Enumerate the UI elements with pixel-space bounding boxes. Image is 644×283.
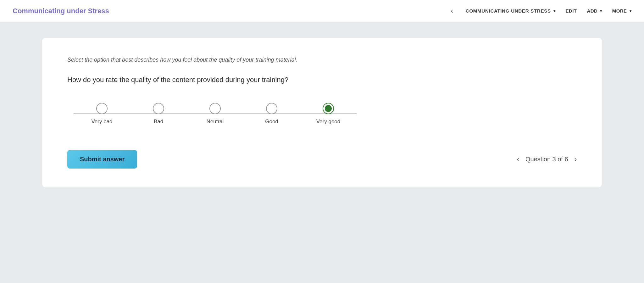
rating-label-neutral: Neutral [207,119,224,125]
more-button[interactable]: MORE ▾ [612,8,631,14]
rating-option-very-good[interactable]: Very good [300,103,357,125]
rating-option-very-bad[interactable]: Very bad [74,103,130,125]
rating-label-good: Good [265,119,278,125]
question-card: Select the option that best describes ho… [42,38,602,187]
radio-inner-selected [325,105,332,112]
rating-track: Very bad Bad Neutral Good [74,103,357,125]
rating-scale: Very bad Bad Neutral Good [67,103,577,125]
question-counter: Question 3 of 6 [525,156,568,163]
app-title: Communicating under Stress [13,7,448,15]
back-button[interactable]: ‹ [448,6,455,16]
question-text: How do you rate the quality of the conte… [67,76,577,84]
more-chevron: ▾ [630,9,631,13]
radio-good[interactable] [266,103,277,114]
page-content: Select the option that best describes ho… [0,22,644,283]
rating-option-good[interactable]: Good [243,103,300,125]
navbar: Communicating under Stress ‹ COMMUNICATI… [0,0,644,22]
course-title-chevron: ▾ [553,9,556,13]
radio-bad[interactable] [153,103,164,114]
rating-label-very-good: Very good [316,119,341,125]
course-title-nav: COMMUNICATING UNDER STRESS ▾ [466,8,556,14]
radio-neutral[interactable] [209,103,221,114]
pagination: ‹ Question 3 of 6 › [517,155,577,164]
submit-button[interactable]: Submit answer [67,150,137,169]
rating-option-neutral[interactable]: Neutral [187,103,243,125]
navbar-right: ‹ COMMUNICATING UNDER STRESS ▾ EDIT ADD … [448,6,631,16]
add-chevron: ▾ [600,9,602,13]
prev-question-button[interactable]: ‹ [517,155,519,164]
rating-label-very-bad: Very bad [91,119,112,125]
next-question-button[interactable]: › [575,155,577,164]
radio-very-bad[interactable] [96,103,108,114]
card-footer: Submit answer ‹ Question 3 of 6 › [67,150,577,169]
add-button[interactable]: ADD ▾ [587,8,602,14]
rating-option-bad[interactable]: Bad [130,103,187,125]
radio-very-good[interactable] [323,103,334,114]
rating-label-bad: Bad [154,119,163,125]
instruction-text: Select the option that best describes ho… [67,57,577,63]
edit-button[interactable]: EDIT [565,8,577,14]
